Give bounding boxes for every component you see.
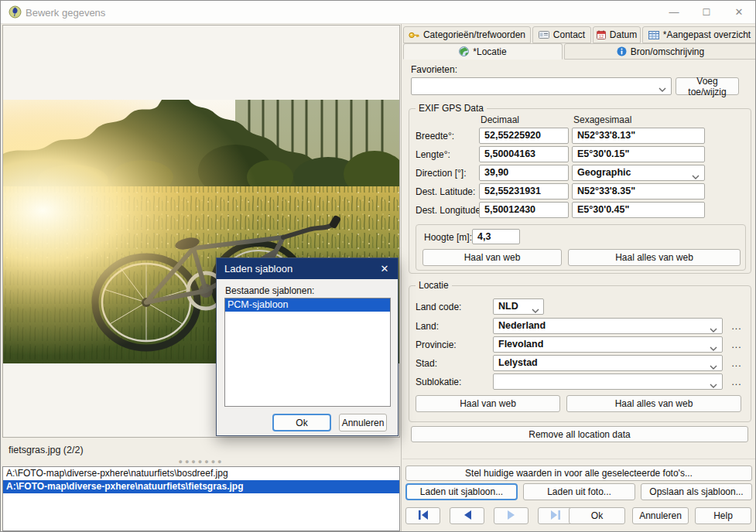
location-fetch-web-button[interactable]: Haal van web — [416, 395, 560, 412]
dest-latitude-decimal-field[interactable]: 52,55231931 — [479, 183, 569, 200]
sexagesimal-column-header: Sexagesimaal — [573, 114, 631, 125]
key-icon — [409, 31, 419, 39]
dialog-title-bar: Laden sjabloon ✕ — [217, 258, 398, 279]
latitude-decimal-field[interactable]: 52,55225920 — [479, 128, 569, 144]
dialog-title: Laden sjabloon — [224, 263, 292, 275]
tab-custom-overview[interactable]: *Aangepast overzicht — [642, 26, 756, 43]
add-favorite-button[interactable]: Voeg toe/wijzig — [676, 77, 739, 95]
tab-contact[interactable]: Contact — [532, 26, 591, 43]
tab-label: Contact — [553, 29, 585, 40]
tab-label: *Aangepast overzicht — [663, 29, 751, 40]
direction-label: Direction [°]: — [416, 168, 466, 179]
splitter-grip[interactable]: ●●●●●●● — [2, 459, 400, 465]
dest-latitude-label: Dest. Latitude: — [416, 186, 475, 197]
sublocation-combobox[interactable] — [493, 373, 723, 390]
country-code-combobox[interactable]: NLD — [493, 298, 544, 315]
previous-photo-button[interactable] — [450, 507, 484, 524]
city-combobox[interactable]: Lelystad — [493, 355, 723, 371]
favorites-combobox[interactable] — [411, 77, 672, 95]
latitude-sexagesimal-field[interactable]: N52°33'8.13" — [572, 128, 705, 144]
templates-listbox: PCM-sjabloon — [224, 298, 391, 407]
existing-templates-label: Bestaande sjablonen: — [225, 285, 314, 296]
dialog-ok-button[interactable]: Ok — [272, 414, 331, 431]
chevron-down-icon — [532, 305, 539, 315]
tab-label: *Locatie — [473, 46, 506, 57]
country-code-label: Land code: — [416, 302, 461, 312]
dest-latitude-sexagesimal-field[interactable]: N52°33'8.35" — [572, 183, 705, 200]
cancel-button[interactable]: Annuleren — [632, 507, 689, 524]
country-value: Nederland — [498, 320, 546, 331]
province-combobox[interactable]: Flevoland — [493, 336, 723, 353]
load-from-template-button[interactable]: Laden uit sjabloon... — [405, 483, 518, 500]
remove-location-data-button[interactable]: Remove all location data — [411, 426, 748, 442]
panel-divider — [402, 459, 756, 459]
location-fetch-all-web-button[interactable]: Haal alles van web — [566, 395, 741, 412]
list-item[interactable]: A:\FOTO-map\diverse-pxhere\natuurfiets\b… — [3, 467, 399, 480]
dest-longitude-label: Dest. Longitude: — [416, 205, 483, 216]
file-list: A:\FOTO-map\diverse-pxhere\natuurfiets\b… — [2, 466, 400, 531]
next-photo-button[interactable] — [494, 507, 529, 524]
window-title: Bewerk gegevens — [26, 7, 105, 19]
sublocation-label: Sublokatie: — [416, 377, 461, 387]
location-groupbox: Locatie Land code: NLD Land: Nederland .… — [409, 285, 751, 422]
save-as-template-button[interactable]: Opslaan als sjabloon... — [641, 483, 752, 500]
tab-label: Categorieën/trefwoorden — [423, 29, 525, 40]
calendar-icon: 12 — [597, 30, 606, 39]
viewer-status-bar: fietsgras.jpg (2/2) ●●●●●●● — [2, 438, 400, 466]
city-value: Lelystad — [498, 357, 538, 368]
info-icon — [617, 46, 627, 56]
table-icon — [648, 31, 659, 39]
country-label: Land: — [416, 321, 439, 332]
edit-data-window: Bewerk gegevens — ☐ ✕ — [0, 0, 756, 532]
country-combobox[interactable]: Nederland — [493, 318, 723, 334]
load-from-photo-button[interactable]: Laden uit foto... — [523, 483, 635, 500]
help-button[interactable]: Help — [695, 507, 751, 524]
gps-groupbox: EXIF GPS Data Decimaal Sexagesimaal Bree… — [409, 108, 751, 274]
province-value: Flevoland — [498, 339, 543, 350]
direction-decimal-field[interactable]: 39,90 — [479, 165, 569, 181]
app-icon — [9, 5, 22, 21]
direction-type-value: Geographic — [577, 167, 631, 178]
tab-label: Datum — [610, 29, 637, 40]
tab-bar-row1: Categorieën/trefwoorden Contact 12 Datum… — [403, 26, 756, 43]
set-all-values-button[interactable]: Stel huidige waarden in voor alle gesele… — [405, 466, 752, 481]
close-button[interactable]: ✕ — [723, 1, 755, 24]
sublocation-more-button[interactable]: ... — [728, 377, 745, 387]
tab-date[interactable]: 12 Datum — [593, 26, 641, 43]
last-photo-button[interactable] — [538, 507, 573, 524]
ok-button[interactable]: Ok — [569, 507, 625, 524]
tab-source-description[interactable]: Bron/omschrijving — [564, 43, 756, 60]
chevron-down-icon — [710, 324, 717, 334]
globe-icon — [459, 46, 469, 56]
chevron-down-icon — [692, 171, 700, 181]
tab-categories[interactable]: Categorieën/trefwoorden — [403, 26, 531, 43]
dialog-cancel-button[interactable]: Annuleren — [339, 414, 387, 431]
city-more-button[interactable]: ... — [728, 358, 745, 369]
longitude-sexagesimal-field[interactable]: E5°30'0.15" — [572, 146, 705, 162]
tab-location-active[interactable]: *Locatie — [403, 43, 563, 60]
tab-bar-row2: *Locatie Bron/omschrijving — [403, 43, 756, 60]
country-more-button[interactable]: ... — [728, 321, 745, 332]
last-icon — [550, 510, 561, 522]
gps-fetch-web-button[interactable]: Haal van web — [422, 249, 562, 266]
dest-longitude-sexagesimal-field[interactable]: E5°30'0.45" — [572, 202, 705, 218]
list-item-selected[interactable]: A:\FOTO-map\diverse-pxhere\natuurfiets\f… — [3, 480, 399, 493]
first-photo-button[interactable] — [405, 507, 440, 524]
chevron-down-icon — [710, 343, 717, 353]
longitude-decimal-field[interactable]: 5,50004163 — [479, 146, 569, 162]
gps-fetch-all-web-button[interactable]: Haal alles van web — [568, 249, 741, 266]
gps-group-title: EXIF GPS Data — [416, 103, 487, 114]
province-more-button[interactable]: ... — [728, 339, 745, 350]
dialog-close-icon[interactable]: ✕ — [371, 258, 398, 279]
metadata-panel — [401, 24, 756, 532]
tab-label: Bron/omschrijving — [631, 46, 704, 57]
template-list-item-selected[interactable]: PCM-sjabloon — [225, 298, 390, 312]
dest-longitude-decimal-field[interactable]: 5,50012430 — [479, 202, 569, 218]
load-template-dialog: Laden sjabloon ✕ Bestaande sjablonen: PC… — [216, 257, 399, 436]
province-label: Provincie: — [416, 339, 457, 350]
svg-text:12: 12 — [599, 34, 604, 39]
minimize-button[interactable]: — — [658, 1, 690, 24]
altitude-field[interactable]: 4,3 — [472, 229, 520, 244]
direction-type-combobox[interactable]: Geographic — [572, 165, 705, 181]
maximize-button[interactable]: ☐ — [690, 1, 723, 24]
